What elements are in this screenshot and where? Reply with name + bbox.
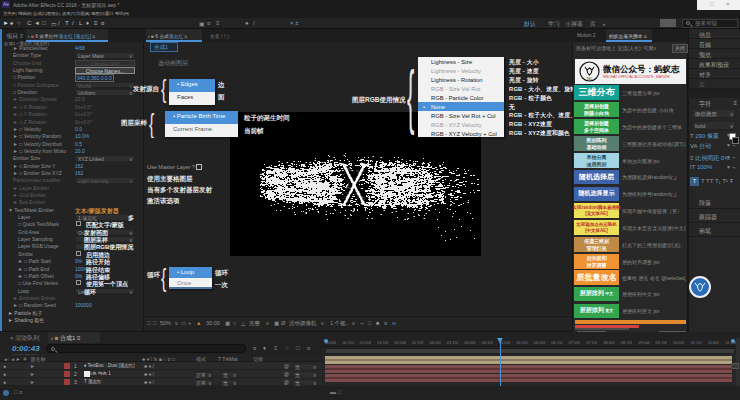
svg-text:T&C: T&C [587, 77, 594, 81]
